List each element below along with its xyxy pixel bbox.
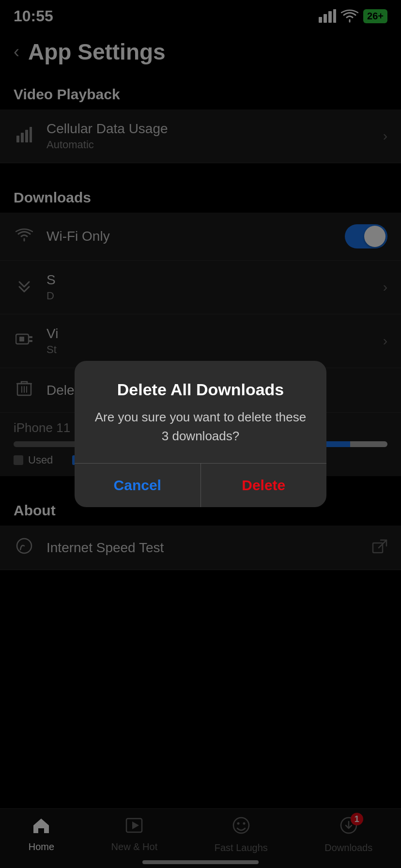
delete-all-modal: Delete All Downloads Are you sure you wa… [75, 361, 326, 507]
modal-buttons: Cancel Delete [75, 463, 326, 507]
cancel-button[interactable]: Cancel [75, 464, 201, 507]
modal-message: Are you sure you want to delete these 3 … [92, 408, 309, 446]
modal-body: Delete All Downloads Are you sure you wa… [75, 361, 326, 446]
modal-title: Delete All Downloads [92, 380, 309, 399]
delete-button[interactable]: Delete [201, 464, 327, 507]
modal-overlay: Delete All Downloads Are you sure you wa… [0, 0, 401, 868]
